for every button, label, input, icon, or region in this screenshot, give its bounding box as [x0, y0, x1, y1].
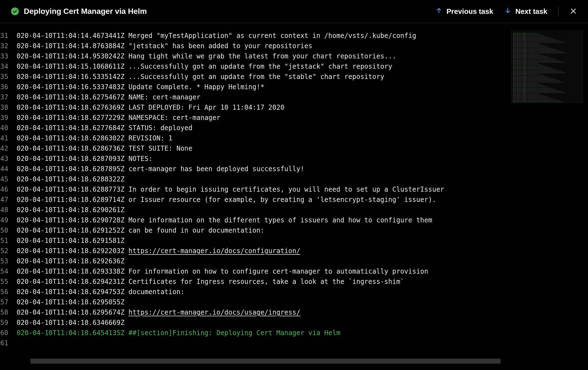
log-line: 41020-04-10T11:04:18.6286302Z REVISION: … [0, 133, 588, 143]
line-text: 020-04-10T11:04:18.6286302Z REVISION: 1 [17, 133, 173, 143]
line-text: 020-04-10T11:04:18.6454135Z ##[section]F… [17, 328, 340, 338]
previous-task-label: Previous task [446, 7, 493, 16]
log-line: 56020-04-10T11:04:18.6294753Z documentat… [0, 287, 588, 297]
log-line: 34020-04-10T11:04:15.1068611Z ...Success… [0, 61, 588, 72]
line-text-prefix: 020-04-10T11:04:18.6292203Z [17, 247, 129, 255]
log-line: 49020-04-10T11:04:18.6290728Z More infor… [0, 215, 588, 225]
line-number: 43 [0, 154, 17, 164]
line-text: 020-04-10T11:04:18.6291581Z [17, 236, 124, 246]
line-number: 60 [0, 328, 17, 338]
log-line: 43020-04-10T11:04:18.6287093Z NOTES: [0, 154, 588, 164]
log-line: 35020-04-10T11:04:16.5335142Z ...Success… [0, 72, 588, 82]
close-icon [570, 7, 577, 16]
header-right: Previous task Next task [435, 7, 577, 16]
line-number: 44 [0, 164, 17, 174]
status-success-icon [11, 7, 19, 15]
line-number: 37 [0, 92, 17, 102]
log-line: 38020-04-10T11:04:18.6276369Z LAST DEPLO… [0, 102, 588, 113]
log-line: 47020-04-10T11:04:18.6289714Z or Issuer … [0, 195, 588, 205]
line-number: 55 [0, 277, 17, 287]
log-line: 42020-04-10T11:04:18.6286736Z TEST SUITE… [0, 143, 588, 154]
log-link[interactable]: https://cert-manager.io/docs/usage/ingre… [129, 309, 300, 316]
log-line: 36020-04-10T11:04:16.5337483Z Update Com… [0, 82, 588, 92]
line-number: 53 [0, 256, 17, 266]
log-line: 58020-04-10T11:04:18.6295674Z https://ce… [0, 307, 588, 318]
log-line: 40020-04-10T11:04:18.6277684Z STATUS: de… [0, 123, 588, 133]
line-text: 020-04-10T11:04:18.6287093Z NOTES: [17, 154, 152, 164]
line-text: 020-04-10T11:04:18.6294231Z Certificates… [17, 277, 404, 287]
line-text: 020-04-10T11:04:18.6346669Z [17, 318, 124, 328]
previous-task-button[interactable]: Previous task [435, 7, 493, 16]
line-text: 020-04-10T11:04:14.8763884Z "jetstack" h… [17, 41, 312, 51]
log-line: 51020-04-10T11:04:18.6291581Z [0, 236, 588, 246]
line-text: 020-04-10T11:04:18.6286736Z TEST SUITE: … [17, 143, 192, 154]
arrow-up-icon [435, 7, 443, 16]
line-number: 54 [0, 266, 17, 277]
line-text: 020-04-10T11:04:18.6289714Z or Issuer re… [17, 195, 436, 205]
log-line: 52020-04-10T11:04:18.6292203Z https://ce… [0, 246, 588, 256]
line-number: 32 [0, 41, 17, 51]
line-number: 31 [0, 31, 17, 41]
line-text: 020-04-10T11:04:14.9530242Z Hang tight w… [17, 51, 396, 61]
line-number: 52 [0, 246, 17, 256]
line-text: 020-04-10T11:04:18.6293338Z For informat… [17, 266, 428, 277]
line-number: 40 [0, 123, 17, 133]
line-number: 61 [0, 338, 17, 348]
log-line: 46020-04-10T11:04:18.6288773Z In order t… [0, 184, 588, 195]
log-line: 32020-04-10T11:04:14.8763884Z "jetstack"… [0, 41, 588, 51]
line-text: 020-04-10T11:04:18.6291252Z can be found… [17, 225, 264, 236]
line-number: 45 [0, 174, 17, 184]
next-task-label: Next task [515, 7, 547, 16]
line-text: 020-04-10T11:04:16.5335142Z ...Successfu… [17, 72, 384, 82]
line-text: 020-04-10T11:04:18.6294753Z documentatio… [17, 287, 184, 297]
line-text: 020-04-10T11:04:18.6277684Z STATUS: depl… [17, 123, 192, 133]
horizontal-scrollbar[interactable] [30, 359, 501, 364]
log-line: 50020-04-10T11:04:18.6291252Z can be fou… [0, 225, 588, 236]
line-number: 49 [0, 215, 17, 225]
log-lines-container[interactable]: 31020-04-10T11:04:14.4673441Z Merged "my… [0, 23, 588, 365]
log-line: 55020-04-10T11:04:18.6294231Z Certificat… [0, 277, 588, 287]
line-text: 020-04-10T11:04:18.6295055Z [17, 297, 124, 307]
line-number: 56 [0, 287, 17, 297]
line-number: 59 [0, 318, 17, 328]
line-number: 35 [0, 72, 17, 82]
task-header: Deploying Cert Manager via Helm Previous… [0, 0, 588, 23]
log-line: 45020-04-10T11:04:18.6288322Z [0, 174, 588, 184]
next-task-button[interactable]: Next task [504, 7, 547, 16]
line-text: 020-04-10T11:04:18.6277229Z NAMESPACE: c… [17, 113, 220, 123]
line-number: 58 [0, 307, 17, 318]
line-text: 020-04-10T11:04:18.6290728Z More informa… [17, 215, 432, 225]
log-line: 60020-04-10T11:04:18.6454135Z ##[section… [0, 328, 588, 338]
line-text: 020-04-10T11:04:18.6275467Z NAME: cert-m… [17, 92, 201, 102]
line-number: 42 [0, 143, 17, 154]
log-content: 31020-04-10T11:04:14.4673441Z Merged "my… [0, 23, 588, 365]
line-text: 020-04-10T11:04:18.6292636Z [17, 256, 124, 266]
log-line: 57020-04-10T11:04:18.6295055Z [0, 297, 588, 307]
line-number: 38 [0, 102, 17, 113]
header-divider [558, 7, 559, 16]
line-text: 020-04-10T11:04:16.5337483Z Update Compl… [17, 82, 264, 92]
log-line: 37020-04-10T11:04:18.6275467Z NAME: cert… [0, 92, 588, 102]
line-number: 51 [0, 236, 17, 246]
line-number: 34 [0, 61, 17, 72]
line-text-prefix: 020-04-10T11:04:18.6295674Z [17, 309, 129, 316]
line-number: 48 [0, 205, 17, 215]
line-text: 020-04-10T11:04:18.6290261Z [17, 205, 124, 215]
log-line: 33020-04-10T11:04:14.9530242Z Hang tight… [0, 51, 588, 61]
log-link[interactable]: https://cert-manager.io/docs/configurati… [129, 247, 300, 255]
line-number: 57 [0, 297, 17, 307]
log-line: 39020-04-10T11:04:18.6277229Z NAMESPACE:… [0, 113, 588, 123]
line-text: 020-04-10T11:04:18.6295674Z https://cert… [17, 307, 300, 318]
line-number: 50 [0, 225, 17, 236]
arrow-down-icon [504, 7, 511, 16]
line-number: 39 [0, 113, 17, 123]
line-text: 020-04-10T11:04:18.6288773Z In order to … [17, 184, 444, 195]
log-line: 61 [0, 338, 588, 348]
line-number: 46 [0, 184, 17, 195]
log-minimap[interactable]: 020-04-10T11:04:10.1000000Z xxxxxxxxxxxx… [511, 31, 583, 103]
log-line: 44020-04-10T11:04:18.6287895Z cert-manag… [0, 164, 588, 174]
line-text: 020-04-10T11:04:18.6276369Z LAST DEPLOYE… [17, 102, 284, 113]
close-button[interactable] [570, 7, 577, 16]
line-text: 020-04-10T11:04:18.6288322Z [17, 174, 124, 184]
line-text: 020-04-10T11:04:14.4673441Z Merged "myTe… [17, 31, 416, 41]
